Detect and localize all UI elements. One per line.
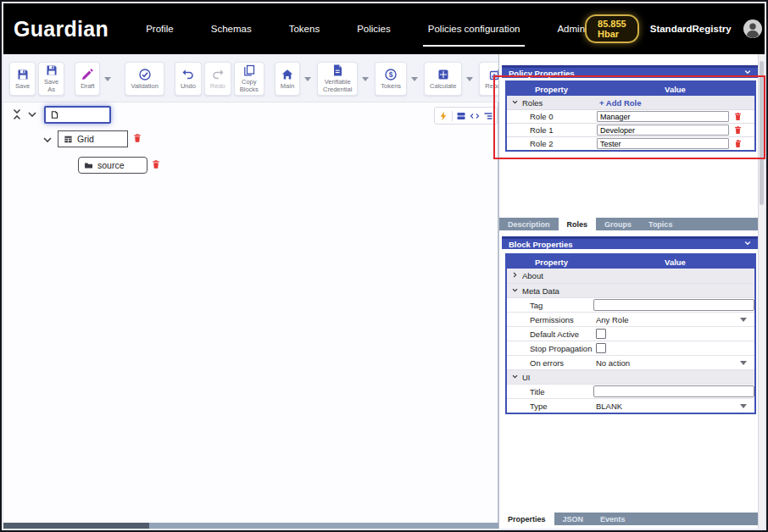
blocks-view-icon[interactable] xyxy=(456,111,466,121)
tab-events[interactable]: Events xyxy=(592,513,634,525)
verifiable-credential-dropdown-arrow[interactable] xyxy=(362,77,369,81)
editor-left-pane: Save Save As Draft Validation Undo xyxy=(3,54,498,529)
calculate-button[interactable]: Calculate xyxy=(424,62,462,96)
type-value: BLANK xyxy=(596,402,622,411)
role-row: Role 0 xyxy=(507,109,754,123)
section-chevron-down-icon[interactable] xyxy=(511,98,519,108)
about-section-row[interactable]: About xyxy=(507,269,754,283)
save-button[interactable]: Save xyxy=(9,62,36,96)
role-0-trash-icon[interactable] xyxy=(733,112,743,121)
tokens-button[interactable]: $ Tokens xyxy=(375,62,407,96)
column-property: Property xyxy=(507,258,596,267)
save-as-button[interactable]: Save As xyxy=(38,62,64,96)
draft-button[interactable]: Draft xyxy=(75,62,100,96)
right-vertical-scrollbar[interactable] xyxy=(758,54,765,529)
undo-icon xyxy=(181,68,195,81)
nav-schemas[interactable]: Schemas xyxy=(211,24,252,34)
properties-right-pane: Policy Properties Property Value Roles +… xyxy=(498,54,761,529)
tab-json[interactable]: JSON xyxy=(554,513,593,525)
title-input[interactable] xyxy=(593,385,754,397)
copy-icon xyxy=(242,64,256,77)
tab-description[interactable]: Description xyxy=(499,218,559,230)
main-dropdown-arrow[interactable] xyxy=(304,77,311,81)
tab-groups[interactable]: Groups xyxy=(596,218,640,230)
redo-button[interactable]: Redo xyxy=(204,62,231,96)
type-select[interactable]: BLANK xyxy=(596,402,754,411)
main-button[interactable]: Main xyxy=(275,62,300,96)
collapse-all-icon[interactable] xyxy=(10,108,24,121)
undo-button[interactable]: Undo xyxy=(175,62,202,96)
default-active-label: Default Active xyxy=(530,330,579,339)
lightning-icon[interactable] xyxy=(438,111,448,121)
roles-section-label: Roles xyxy=(522,98,543,108)
tab-roles[interactable]: Roles xyxy=(559,218,597,230)
permissions-row: Permissions Any Role xyxy=(507,312,754,326)
role-1-input[interactable] xyxy=(597,125,729,136)
roles-section-row[interactable]: Roles + Add Role xyxy=(507,96,754,109)
draft-dropdown-arrow[interactable] xyxy=(104,77,111,81)
section-chevron-down-icon[interactable] xyxy=(511,373,519,382)
on-errors-value: No action xyxy=(596,358,630,368)
top-header: Guardian Profile Schemas Tokens Policies… xyxy=(3,3,765,54)
source-delete-trash-icon[interactable] xyxy=(151,159,161,169)
tag-input[interactable] xyxy=(593,299,754,311)
user-avatar-icon[interactable] xyxy=(743,19,763,39)
code-view-icon[interactable] xyxy=(470,111,480,121)
block-table-header: Property Value xyxy=(507,255,754,269)
verifiable-credential-button[interactable]: Verifiable Credential xyxy=(317,62,358,96)
source-block-node[interactable]: source xyxy=(78,157,147,174)
nav-tokens[interactable]: Tokens xyxy=(289,24,320,34)
grid-caret-icon[interactable] xyxy=(41,133,54,147)
copy-blocks-button[interactable]: Copy Blocks xyxy=(234,62,264,96)
nav-admin[interactable]: Admin xyxy=(557,24,585,34)
redo-icon xyxy=(211,68,225,81)
save-as-icon xyxy=(45,64,58,77)
title-label: Title xyxy=(530,387,545,396)
policy-properties-header[interactable]: Policy Properties xyxy=(502,65,759,78)
main-nav: Profile Schemas Tokens Policies Policies… xyxy=(146,24,585,34)
section-chevron-right-icon[interactable] xyxy=(511,271,519,280)
chevron-down-icon[interactable] xyxy=(743,68,752,78)
nav-policies-configuration[interactable]: Policies configuration xyxy=(428,24,520,34)
block-properties-header[interactable]: Block Properties xyxy=(502,236,759,249)
add-role-link[interactable]: + Add Role xyxy=(599,98,642,108)
tokens-dropdown-arrow[interactable] xyxy=(411,77,418,81)
role-0-label: Role 0 xyxy=(530,112,553,121)
section-chevron-down-icon[interactable] xyxy=(511,286,519,296)
column-value: Value xyxy=(596,258,754,267)
document-icon xyxy=(331,64,344,77)
meta-data-section-label: Meta Data xyxy=(522,286,559,296)
root-caret-icon[interactable] xyxy=(25,108,39,121)
stop-propagation-row: Stop Propagation xyxy=(507,341,754,355)
tab-topics[interactable]: Topics xyxy=(640,218,681,230)
select-arrow-icon xyxy=(740,318,747,322)
block-properties-title: Block Properties xyxy=(509,240,573,249)
role-2-input[interactable] xyxy=(597,138,729,149)
nav-profile[interactable]: Profile xyxy=(146,24,174,34)
role-0-input[interactable] xyxy=(597,111,729,122)
calculate-dropdown-arrow[interactable] xyxy=(466,77,473,81)
ui-section-row[interactable]: UI xyxy=(507,369,754,384)
tree-view-icon[interactable] xyxy=(483,111,493,121)
permissions-select[interactable]: Any Role xyxy=(596,315,754,324)
grid-delete-trash-icon[interactable] xyxy=(132,133,142,143)
vertical-scrollbar-thumb[interactable] xyxy=(760,61,764,205)
stop-propagation-checkbox[interactable] xyxy=(596,343,606,353)
nav-policies[interactable]: Policies xyxy=(357,24,391,34)
default-active-checkbox[interactable] xyxy=(596,329,606,339)
role-2-trash-icon[interactable] xyxy=(733,139,743,148)
meta-data-section-row[interactable]: Meta Data xyxy=(507,283,754,297)
on-errors-select[interactable]: No action xyxy=(596,358,754,368)
save-icon xyxy=(16,68,30,81)
horizontal-scrollbar-thumb[interactable] xyxy=(3,523,149,529)
canvas-view-toolbar xyxy=(434,107,498,125)
tab-properties[interactable]: Properties xyxy=(499,513,554,525)
role-1-trash-icon[interactable] xyxy=(733,125,743,135)
stop-propagation-label: Stop Propagation xyxy=(530,344,592,353)
validation-button[interactable]: Validation xyxy=(125,62,164,96)
grid-block-node[interactable]: Grid xyxy=(58,130,128,147)
username-label: StandardRegistry xyxy=(650,24,732,34)
canvas-horizontal-scrollbar[interactable] xyxy=(3,523,498,529)
chevron-down-icon[interactable] xyxy=(743,239,752,249)
root-block-node[interactable] xyxy=(44,106,111,124)
